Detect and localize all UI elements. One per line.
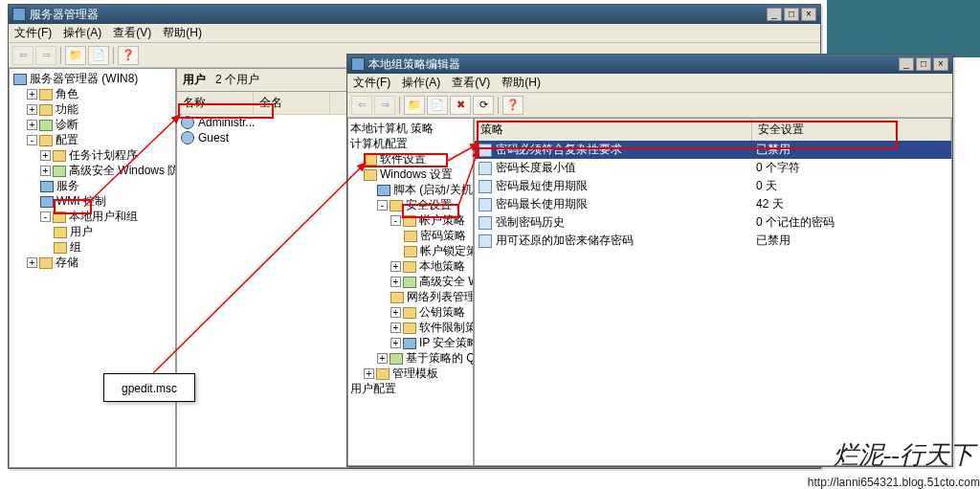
ipsec-icon	[403, 338, 416, 349]
up-button[interactable]	[65, 46, 86, 65]
collapse-icon[interactable]: -	[377, 200, 388, 211]
tree-sw[interactable]: 软件设置	[380, 152, 426, 166]
collapse-icon[interactable]: -	[390, 215, 401, 226]
properties-button[interactable]	[427, 96, 448, 115]
expand-icon[interactable]: +	[390, 261, 401, 272]
menu-view[interactable]: 查看(V)	[113, 25, 151, 41]
menu-file[interactable]: 文件(F)	[14, 25, 52, 41]
collapse-icon[interactable]: -	[27, 135, 37, 145]
close-button[interactable]: ×	[801, 8, 816, 21]
help-button[interactable]	[118, 46, 139, 65]
refresh-button[interactable]	[473, 96, 494, 115]
policy-row[interactable]: 强制密码历史0 个记住的密码	[475, 213, 951, 232]
tree-config[interactable]: 配置	[56, 133, 78, 146]
policy-icon	[479, 234, 492, 248]
tree-pubkey[interactable]: 公钥策略	[419, 305, 465, 319]
nav-tree[interactable]: 服务器管理器 (WIN8) +角色 +功能 +诊断 -配置 +任务计划程序 +高…	[9, 68, 176, 468]
col-fullname[interactable]: 全名	[254, 92, 330, 114]
collapse-icon[interactable]: -	[40, 211, 51, 222]
expand-icon[interactable]: +	[40, 150, 51, 161]
tree-sec[interactable]: 安全设置	[406, 198, 452, 211]
maximize-button[interactable]: □	[784, 8, 799, 21]
tasksched-icon	[53, 150, 66, 162]
col-setting[interactable]: 安全设置	[752, 119, 951, 141]
tree-lockout[interactable]: 帐户锁定策略	[420, 244, 474, 257]
titlebar[interactable]: 服务器管理器 _ □ ×	[9, 5, 820, 24]
menu-file[interactable]: 文件(F)	[353, 75, 390, 91]
tree-pwd[interactable]: 密码策略	[420, 229, 466, 242]
tree-features[interactable]: 功能	[56, 102, 78, 116]
expand-icon[interactable]: +	[364, 368, 374, 379]
tree-ipsec[interactable]: IP 安全策略，在	[419, 336, 474, 349]
titlebar[interactable]: 本地组策略编辑器 _ □ ×	[347, 55, 952, 74]
folder-icon	[404, 246, 417, 257]
folder-icon	[390, 200, 403, 211]
menu-help[interactable]: 帮助(H)	[163, 25, 202, 41]
help-button[interactable]	[502, 96, 523, 115]
tree-swrestrict[interactable]: 软件限制策略	[419, 321, 474, 334]
tree-root[interactable]: 本地计算机 策略	[350, 122, 434, 135]
tree-acct[interactable]: 帐户策略	[419, 213, 465, 227]
col-policy[interactable]: 策略	[475, 119, 752, 141]
policy-icon	[479, 216, 492, 230]
menu-help[interactable]: 帮助(H)	[501, 75, 541, 91]
tree-advfw2[interactable]: 高级安全 Windows	[419, 275, 474, 288]
tree-groups[interactable]: 组	[70, 240, 81, 254]
policy-row[interactable]: 密码长度最小值0 个字符	[475, 159, 951, 177]
tree-netlist[interactable]: 网络列表管理器策	[407, 290, 474, 303]
maximize-button[interactable]: □	[916, 57, 931, 71]
expand-icon[interactable]: +	[377, 353, 388, 364]
policy-row[interactable]: 密码最长使用期限42 天	[475, 195, 951, 213]
tree-services[interactable]: 服务	[56, 179, 79, 192]
expand-icon[interactable]: +	[27, 257, 37, 268]
tree-winset[interactable]: Windows 设置	[380, 167, 453, 181]
tree-local[interactable]: 本地策略	[419, 259, 465, 273]
back-button[interactable]	[351, 96, 372, 115]
forward-button[interactable]	[374, 96, 395, 115]
tree-root[interactable]: 服务器管理器 (WIN8)	[30, 72, 138, 85]
tree-tasksched[interactable]: 任务计划程序	[69, 148, 138, 162]
expand-icon[interactable]: +	[390, 322, 401, 333]
expand-icon[interactable]: +	[27, 120, 37, 130]
minimize-button[interactable]: _	[899, 57, 914, 71]
tree-scripts[interactable]: 脚本 (启动/关机)	[393, 183, 474, 196]
tree-wmi[interactable]: WMI 控制	[56, 194, 106, 208]
tree-storage[interactable]: 存储	[56, 256, 78, 269]
tree-localusers[interactable]: 本地用户和组	[69, 210, 138, 223]
user-name: Guest	[198, 131, 229, 144]
tree-users[interactable]: 用户	[70, 225, 93, 238]
policies-list[interactable]: 密码必须符合复杂性要求已禁用 密码长度最小值0 个字符 密码最短使用期限0 天 …	[475, 141, 951, 465]
tree-admtmpl[interactable]: 管理模板	[392, 367, 438, 380]
expand-icon[interactable]: +	[390, 307, 401, 318]
menu-view[interactable]: 查看(V)	[452, 75, 490, 91]
services-icon	[40, 181, 54, 192]
tree-diag[interactable]: 诊断	[56, 118, 78, 131]
tree-roles[interactable]: 角色	[56, 87, 78, 100]
window-title: 服务器管理器	[30, 7, 99, 23]
forward-button[interactable]	[35, 46, 56, 65]
back-button[interactable]	[12, 46, 33, 65]
menu-action[interactable]: 操作(A)	[402, 75, 440, 91]
gpedit-tree[interactable]: 本地计算机 策略 计算机配置 软件设置 Windows 设置 脚本 (启动/关机…	[347, 118, 474, 466]
policy-value: 0 个记住的密码	[756, 214, 947, 231]
close-button[interactable]: ×	[933, 57, 948, 71]
expand-icon[interactable]: +	[390, 277, 401, 287]
policy-row[interactable]: 密码最短使用期限0 天	[475, 177, 951, 195]
minimize-button[interactable]: _	[767, 8, 782, 21]
expand-icon[interactable]: +	[40, 166, 51, 176]
expand-icon[interactable]: +	[27, 104, 37, 115]
policy-row[interactable]: 密码必须符合复杂性要求已禁用	[475, 141, 951, 159]
tree-comp[interactable]: 计算机配置	[350, 137, 408, 150]
menu-action[interactable]: 操作(A)	[63, 25, 101, 41]
expand-icon[interactable]: +	[27, 89, 37, 100]
delete-button[interactable]	[450, 96, 471, 115]
tree-advfw[interactable]: 高级安全 Windows 防火	[69, 164, 176, 177]
policy-row[interactable]: 用可还原的加密来储存密码已禁用	[475, 232, 951, 250]
properties-button[interactable]	[88, 46, 109, 65]
expand-icon[interactable]: +	[390, 338, 401, 348]
tree-userconf[interactable]: 用户配置	[350, 382, 396, 395]
folder-icon	[390, 292, 404, 303]
up-button[interactable]	[404, 96, 425, 115]
tree-qos[interactable]: 基于策略的 QoS	[406, 351, 474, 365]
col-name[interactable]: 名称	[177, 92, 254, 114]
